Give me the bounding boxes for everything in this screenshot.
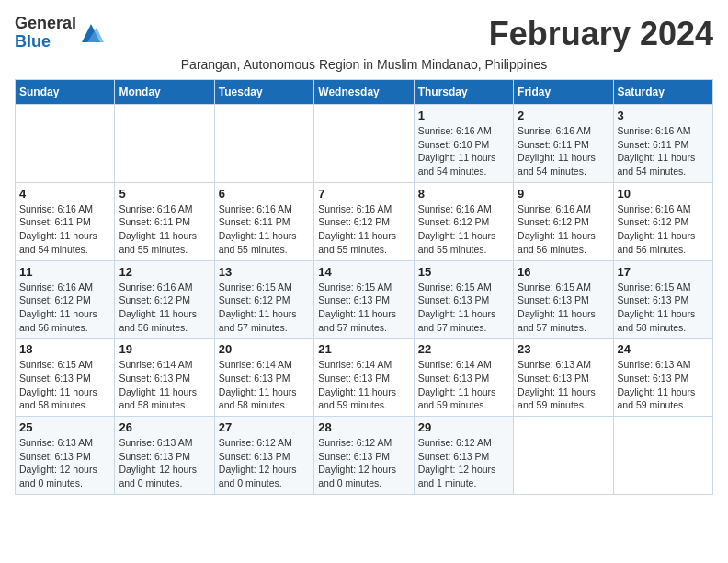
day-detail: Sunrise: 6:16 AM Sunset: 6:12 PM Dayligh… <box>119 281 210 335</box>
day-detail: Sunrise: 6:15 AM Sunset: 6:13 PM Dayligh… <box>318 281 409 335</box>
page-container: General Blue February 2024 Parangan, Aut… <box>15 15 713 495</box>
calendar-cell: 4Sunrise: 6:16 AM Sunset: 6:11 PM Daylig… <box>16 182 115 260</box>
calendar-week-3: 11Sunrise: 6:16 AM Sunset: 6:12 PM Dayli… <box>16 260 713 339</box>
day-number: 19 <box>119 342 210 356</box>
day-number: 15 <box>418 265 509 279</box>
day-detail: Sunrise: 6:14 AM Sunset: 6:13 PM Dayligh… <box>219 358 310 412</box>
day-detail: Sunrise: 6:16 AM Sunset: 6:11 PM Dayligh… <box>19 202 110 257</box>
day-detail: Sunrise: 6:15 AM Sunset: 6:12 PM Dayligh… <box>219 281 310 335</box>
calendar-cell: 28Sunrise: 6:12 AM Sunset: 6:13 PM Dayli… <box>314 417 414 495</box>
calendar-cell: 12Sunrise: 6:16 AM Sunset: 6:12 PM Dayli… <box>115 260 214 339</box>
calendar-cell: 15Sunrise: 6:15 AM Sunset: 6:13 PM Dayli… <box>414 260 513 339</box>
day-detail: Sunrise: 6:12 AM Sunset: 6:13 PM Dayligh… <box>219 436 310 490</box>
day-number: 17 <box>618 265 709 279</box>
day-number: 3 <box>618 109 709 122</box>
calendar-cell <box>314 105 414 183</box>
day-detail: Sunrise: 6:16 AM Sunset: 6:11 PM Dayligh… <box>119 202 210 257</box>
day-number: 8 <box>418 187 509 201</box>
calendar-cell: 8Sunrise: 6:16 AM Sunset: 6:12 PM Daylig… <box>414 182 513 260</box>
col-friday: Friday <box>514 80 613 105</box>
logo-general: General <box>15 15 76 33</box>
calendar-cell: 24Sunrise: 6:13 AM Sunset: 6:13 PM Dayli… <box>613 339 712 417</box>
col-wednesday: Wednesday <box>314 80 414 105</box>
calendar-cell <box>514 417 613 495</box>
month-title: February 2024 <box>489 15 713 53</box>
day-number: 23 <box>518 342 609 356</box>
calendar-table: Sunday Monday Tuesday Wednesday Thursday… <box>15 79 713 495</box>
day-number: 6 <box>219 187 310 201</box>
calendar-cell: 27Sunrise: 6:12 AM Sunset: 6:13 PM Dayli… <box>214 417 313 495</box>
day-detail: Sunrise: 6:16 AM Sunset: 6:12 PM Dayligh… <box>618 202 709 257</box>
calendar-cell <box>613 417 712 495</box>
day-number: 27 <box>219 420 310 434</box>
day-number: 1 <box>418 109 509 122</box>
day-detail: Sunrise: 6:16 AM Sunset: 6:12 PM Dayligh… <box>418 202 509 257</box>
calendar-cell: 5Sunrise: 6:16 AM Sunset: 6:11 PM Daylig… <box>115 182 214 260</box>
calendar-cell: 9Sunrise: 6:16 AM Sunset: 6:12 PM Daylig… <box>514 182 613 260</box>
day-number: 21 <box>318 342 409 356</box>
col-monday: Monday <box>115 80 214 105</box>
day-detail: Sunrise: 6:14 AM Sunset: 6:13 PM Dayligh… <box>418 358 509 412</box>
day-detail: Sunrise: 6:13 AM Sunset: 6:13 PM Dayligh… <box>618 358 709 412</box>
calendar-cell: 26Sunrise: 6:13 AM Sunset: 6:13 PM Dayli… <box>115 417 214 495</box>
day-number: 24 <box>618 342 709 356</box>
day-detail: Sunrise: 6:15 AM Sunset: 6:13 PM Dayligh… <box>19 358 110 412</box>
calendar-cell <box>115 105 214 183</box>
day-number: 18 <box>19 342 110 356</box>
calendar-cell: 2Sunrise: 6:16 AM Sunset: 6:11 PM Daylig… <box>514 105 613 183</box>
col-thursday: Thursday <box>414 80 513 105</box>
day-detail: Sunrise: 6:16 AM Sunset: 6:12 PM Dayligh… <box>518 202 609 257</box>
calendar-cell: 10Sunrise: 6:16 AM Sunset: 6:12 PM Dayli… <box>613 182 712 260</box>
day-number: 11 <box>19 265 110 279</box>
calendar-body: 1Sunrise: 6:16 AM Sunset: 6:10 PM Daylig… <box>16 105 713 495</box>
day-number: 28 <box>318 420 409 434</box>
calendar-cell: 18Sunrise: 6:15 AM Sunset: 6:13 PM Dayli… <box>16 339 115 417</box>
day-detail: Sunrise: 6:15 AM Sunset: 6:13 PM Dayligh… <box>518 281 609 335</box>
calendar-cell <box>214 105 313 183</box>
calendar-week-2: 4Sunrise: 6:16 AM Sunset: 6:11 PM Daylig… <box>16 182 713 260</box>
day-number: 29 <box>418 420 509 434</box>
day-number: 10 <box>618 187 709 201</box>
day-detail: Sunrise: 6:16 AM Sunset: 6:12 PM Dayligh… <box>318 202 409 257</box>
logo-text: General Blue <box>15 15 76 52</box>
calendar-cell: 1Sunrise: 6:16 AM Sunset: 6:10 PM Daylig… <box>414 105 513 183</box>
day-number: 4 <box>19 187 110 201</box>
day-detail: Sunrise: 6:16 AM Sunset: 6:11 PM Dayligh… <box>618 124 709 178</box>
day-number: 14 <box>318 265 409 279</box>
day-detail: Sunrise: 6:16 AM Sunset: 6:10 PM Dayligh… <box>418 124 509 178</box>
col-sunday: Sunday <box>16 80 115 105</box>
subtitle: Parangan, Autonomous Region in Muslim Mi… <box>15 57 713 72</box>
day-number: 25 <box>19 420 110 434</box>
calendar-cell: 21Sunrise: 6:14 AM Sunset: 6:13 PM Dayli… <box>314 339 414 417</box>
logo-icon <box>78 20 104 46</box>
calendar-cell: 23Sunrise: 6:13 AM Sunset: 6:13 PM Dayli… <box>514 339 613 417</box>
day-detail: Sunrise: 6:15 AM Sunset: 6:13 PM Dayligh… <box>618 281 709 335</box>
day-detail: Sunrise: 6:12 AM Sunset: 6:13 PM Dayligh… <box>418 436 509 490</box>
day-number: 26 <box>119 420 210 434</box>
calendar-cell: 11Sunrise: 6:16 AM Sunset: 6:12 PM Dayli… <box>16 260 115 339</box>
day-detail: Sunrise: 6:14 AM Sunset: 6:13 PM Dayligh… <box>119 358 210 412</box>
calendar-cell: 3Sunrise: 6:16 AM Sunset: 6:11 PM Daylig… <box>613 105 712 183</box>
day-number: 5 <box>119 187 210 201</box>
calendar-cell: 7Sunrise: 6:16 AM Sunset: 6:12 PM Daylig… <box>314 182 414 260</box>
day-number: 2 <box>518 109 609 122</box>
day-number: 16 <box>518 265 609 279</box>
logo-blue: Blue <box>15 32 51 51</box>
calendar-cell: 19Sunrise: 6:14 AM Sunset: 6:13 PM Dayli… <box>115 339 214 417</box>
day-detail: Sunrise: 6:16 AM Sunset: 6:11 PM Dayligh… <box>518 124 609 178</box>
header: General Blue February 2024 <box>15 15 713 53</box>
col-tuesday: Tuesday <box>214 80 313 105</box>
calendar-cell: 6Sunrise: 6:16 AM Sunset: 6:11 PM Daylig… <box>214 182 313 260</box>
logo-area: General Blue <box>15 15 104 52</box>
calendar-week-5: 25Sunrise: 6:13 AM Sunset: 6:13 PM Dayli… <box>16 417 713 495</box>
col-saturday: Saturday <box>613 80 712 105</box>
day-detail: Sunrise: 6:15 AM Sunset: 6:13 PM Dayligh… <box>418 281 509 335</box>
calendar-cell <box>16 105 115 183</box>
calendar-cell: 22Sunrise: 6:14 AM Sunset: 6:13 PM Dayli… <box>414 339 513 417</box>
day-number: 9 <box>518 187 609 201</box>
calendar-cell: 29Sunrise: 6:12 AM Sunset: 6:13 PM Dayli… <box>414 417 513 495</box>
day-detail: Sunrise: 6:13 AM Sunset: 6:13 PM Dayligh… <box>19 436 110 490</box>
calendar-cell: 13Sunrise: 6:15 AM Sunset: 6:12 PM Dayli… <box>214 260 313 339</box>
day-number: 12 <box>119 265 210 279</box>
day-number: 13 <box>219 265 310 279</box>
